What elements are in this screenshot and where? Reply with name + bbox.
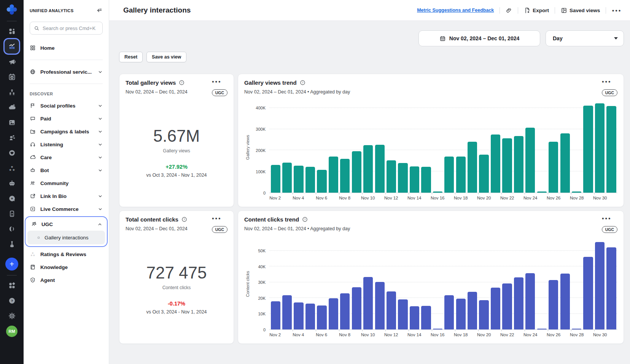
rail-item-apps-launcher[interactable] <box>0 24 24 39</box>
x-tick-label: Nov 22 <box>500 196 514 200</box>
headphones-icon <box>30 141 36 147</box>
brand-logo-icon[interactable] <box>0 0 24 19</box>
ugc-badge: UGC <box>602 89 617 96</box>
rail-item-reviews-star-bubble[interactable]: ★ <box>0 191 24 206</box>
sidebar-item-ugc[interactable]: UGC <box>27 218 106 230</box>
export-button[interactable]: Export <box>524 7 549 14</box>
svg-text:☆: ☆ <box>32 252 33 254</box>
bar-nov-18 <box>456 157 466 193</box>
rail-item-app-grid-diamond[interactable] <box>0 278 24 293</box>
card-menu-button[interactable]: ●●● <box>602 216 617 223</box>
create-plus-button[interactable]: + <box>5 258 18 271</box>
sidebar-item-professional-services[interactable]: Professional servic... <box>30 65 103 78</box>
rail-divider <box>7 275 17 275</box>
bar-nov-10 <box>363 145 373 193</box>
rail-item-help[interactable]: ? <box>0 293 24 308</box>
x-tick-mark <box>571 330 571 331</box>
chevron-down-icon <box>98 194 103 199</box>
x-tick-mark <box>432 193 432 195</box>
sidebar-item-campaigns-labels[interactable]: Campaigns & labels <box>30 125 103 138</box>
granularity-select[interactable]: Day <box>546 30 624 46</box>
help-icon[interactable]: ? <box>302 217 308 222</box>
care-cloud-plus-icon <box>8 103 16 111</box>
trailing-items: ☆☆☆Ratings & ReviewsKnowledgeAAgent <box>30 248 103 286</box>
chevron-down-icon <box>98 207 103 212</box>
copy-link-button[interactable] <box>506 7 512 14</box>
sidebar-item-listening[interactable]: Listening <box>30 138 103 151</box>
marketing-megaphone-icon <box>8 58 16 66</box>
engagement-heart-icon <box>8 149 16 157</box>
rail-item-analytics[interactable] <box>0 39 24 54</box>
bar-nov-14 <box>410 306 419 329</box>
bar-nov-18 <box>456 299 466 329</box>
card-date-range: Nov 02, 2024 – Dec 01, 2024 <box>126 226 212 233</box>
save-as-view-button[interactable]: Save as view <box>146 52 186 62</box>
card-menu-button[interactable]: ●●● <box>212 216 228 223</box>
rail-item-influencer-network[interactable] <box>0 130 24 145</box>
bar-nov-24 <box>525 128 535 193</box>
card-title: Total content clicks <box>126 216 178 223</box>
sidebar-item-knowledge[interactable]: Knowledge <box>30 261 103 274</box>
bar-nov-20 <box>479 155 488 193</box>
search-input[interactable] <box>43 25 99 31</box>
bar-nov-27 <box>560 133 570 193</box>
bar-nov-26 <box>549 280 558 329</box>
x-tick-label: Nov 12 <box>384 196 398 200</box>
ugc-badge: UGC <box>212 226 228 233</box>
user-avatar[interactable]: RM <box>6 326 18 337</box>
sidebar-item-social-profiles[interactable]: Social profiles <box>30 99 103 112</box>
search-box[interactable] <box>30 22 103 35</box>
rail-item-bot[interactable] <box>0 176 24 191</box>
collapse-sidebar-icon[interactable] <box>96 7 103 14</box>
reset-button[interactable]: Reset <box>119 52 143 62</box>
x-tick-label: Nov 26 <box>547 332 560 337</box>
rail-item-listening-eye[interactable] <box>0 221 24 236</box>
app-window: 10★★★★ + ? RM UNIFIED ANALYTICS <box>0 0 630 364</box>
rail-item-publishing-calendar[interactable]: 10 <box>0 69 24 84</box>
sidebar-item-paid[interactable]: Paid <box>30 112 103 125</box>
saved-views-icon <box>561 7 567 14</box>
x-tick-mark <box>455 193 455 195</box>
listening-eye-icon <box>8 225 16 233</box>
bar-nov-7 <box>329 157 338 193</box>
rail-item-settings-gear[interactable] <box>0 308 24 323</box>
sidebar-item-care[interactable]: Care <box>30 151 103 164</box>
sidebar-item-home[interactable]: Home <box>30 41 103 54</box>
rail-item-engagement-heart[interactable] <box>0 145 24 160</box>
x-tick-label: Nov 28 <box>570 196 584 200</box>
rail-item-ratings-stars[interactable]: ★★★ <box>0 160 24 176</box>
sidebar-item-community[interactable]: Community <box>30 177 103 190</box>
rail-item-live-commerce-phone[interactable] <box>0 206 24 221</box>
metric-suggestions-link[interactable]: Metric Suggestions and Feedback <box>417 8 494 13</box>
bar-nov-29 <box>583 106 593 193</box>
sidebar-item-gallery-interactions[interactable]: Gallery interactions <box>27 231 105 244</box>
sidebar-item-link-in-bio[interactable]: Link In Bio <box>30 190 103 203</box>
sidebar-item-ratings-reviews[interactable]: ☆☆☆Ratings & Reviews <box>30 248 103 261</box>
sidebar-item-label: Listening <box>40 142 93 147</box>
svg-text:A: A <box>32 279 33 281</box>
x-tick-mark <box>385 330 386 331</box>
rail-item-org-people[interactable] <box>0 84 24 100</box>
bar-nov-28 <box>572 329 581 329</box>
sidebar-item-label: Care <box>40 155 93 160</box>
rail-item-marketing-megaphone[interactable] <box>0 54 24 69</box>
card-menu-button[interactable]: ●●● <box>212 79 228 86</box>
more-actions-button[interactable]: ●●● <box>612 8 622 13</box>
x-tick-mark <box>501 193 502 195</box>
date-range-picker[interactable]: Nov 02, 2024 – Dec 01, 2024 <box>418 30 540 46</box>
card-title: Gallery views trend <box>244 79 297 86</box>
sidebar-item-agent[interactable]: AAgent <box>30 274 103 286</box>
rail-item-media-gallery[interactable] <box>0 115 24 130</box>
rail-item-labs-flask[interactable] <box>0 236 24 252</box>
help-icon[interactable]: ? <box>300 80 305 85</box>
rail-item-care-cloud-plus[interactable] <box>0 100 24 115</box>
card-menu-button[interactable]: ●●● <box>602 79 617 86</box>
help-icon[interactable]: ? <box>181 217 187 222</box>
sidebar-item-bot[interactable]: Bot <box>30 164 103 177</box>
sidebar-item-live-commerce[interactable]: Live Commerce <box>30 203 103 215</box>
bar-nov-2 <box>271 165 280 193</box>
sidebar-item-label: Social profiles <box>40 103 93 109</box>
help-icon[interactable]: ? <box>179 80 185 85</box>
saved-views-button[interactable]: Saved views <box>561 7 600 14</box>
y-axis-title: Gallery views <box>245 135 250 160</box>
